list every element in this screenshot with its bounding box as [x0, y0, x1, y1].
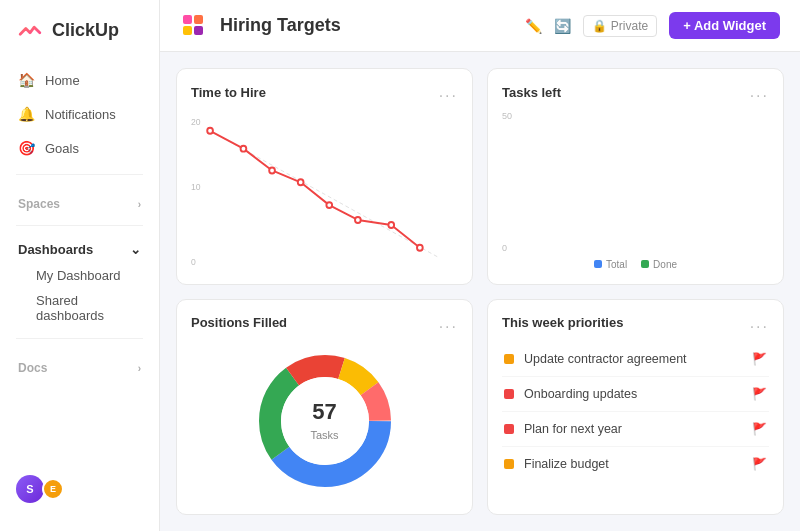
positions-filled-header: Positions Filled ...	[191, 314, 458, 332]
svg-point-15	[417, 245, 423, 251]
donut-number: 57	[310, 399, 338, 425]
clickup-logo-icon	[16, 16, 44, 44]
svg-text:20: 20	[191, 117, 201, 127]
avatar-secondary[interactable]: E	[42, 478, 64, 500]
priority-item-2[interactable]: Plan for next year 🚩	[502, 412, 769, 447]
tasks-left-title: Tasks left	[502, 85, 561, 100]
this-week-menu[interactable]: ...	[750, 314, 769, 332]
bar-chart-legend: Total Done	[502, 259, 769, 270]
refresh-icon[interactable]: 🔄	[554, 18, 571, 34]
legend-total: Total	[594, 259, 627, 270]
page-title: Hiring Targets	[220, 15, 513, 36]
home-icon: 🏠	[18, 72, 35, 88]
priority-dot-2	[504, 424, 514, 434]
time-to-hire-chart: 20 10 0	[191, 111, 458, 270]
priorities-list: Update contractor agreement 🚩 Onboarding…	[502, 342, 769, 501]
svg-point-13	[355, 217, 361, 223]
priority-flag-1: 🚩	[752, 387, 767, 401]
svg-rect-1	[194, 15, 203, 24]
svg-point-14	[388, 222, 394, 228]
dashboard-icon	[180, 12, 208, 40]
chevron-down-icon: ⌄	[130, 242, 141, 257]
donut-center: 57 Tasks	[310, 399, 338, 443]
positions-filled-title: Positions Filled	[191, 315, 287, 330]
priority-text-0: Update contractor agreement	[524, 352, 742, 366]
dashboard-grid: Time to Hire ... 20 10 0	[160, 52, 800, 531]
priority-text-3: Finalize budget	[524, 457, 742, 471]
this-week-header: This week priorities ...	[502, 314, 769, 332]
divider-1	[16, 174, 143, 175]
this-week-title: This week priorities	[502, 315, 623, 330]
sidebar-item-home[interactable]: 🏠 Home	[8, 64, 151, 96]
priority-dot-0	[504, 354, 514, 364]
time-to-hire-title: Time to Hire	[191, 85, 266, 100]
priority-text-1: Onboarding updates	[524, 387, 742, 401]
sidebar-item-goals[interactable]: 🎯 Goals	[8, 132, 151, 164]
avatar-primary[interactable]: S	[16, 475, 44, 503]
time-to-hire-widget: Time to Hire ... 20 10 0	[176, 68, 473, 285]
y-label-min: 0	[502, 243, 769, 253]
add-widget-button[interactable]: + Add Widget	[669, 12, 780, 39]
header-actions: ✏️ 🔄 🔒 Private + Add Widget	[525, 12, 780, 39]
lock-icon: 🔒	[592, 19, 607, 33]
priority-dot-3	[504, 459, 514, 469]
svg-point-12	[326, 202, 332, 208]
positions-filled-menu[interactable]: ...	[439, 314, 458, 332]
priority-item-1[interactable]: Onboarding updates 🚩	[502, 377, 769, 412]
tasks-left-menu[interactable]: ...	[750, 83, 769, 101]
svg-point-10	[269, 167, 275, 173]
sidebar-footer: S E	[0, 463, 159, 515]
bell-icon: 🔔	[18, 106, 35, 122]
main-content: Hiring Targets ✏️ 🔄 🔒 Private + Add Widg…	[160, 0, 800, 531]
sidebar-item-my-dashboard[interactable]: My Dashboard	[8, 263, 151, 288]
legend-done: Done	[641, 259, 677, 270]
chevron-right-icon-docs: ›	[138, 363, 141, 374]
positions-filled-widget: Positions Filled ...	[176, 299, 473, 516]
time-to-hire-header: Time to Hire ...	[191, 83, 458, 101]
page-header: Hiring Targets ✏️ 🔄 🔒 Private + Add Widg…	[160, 0, 800, 52]
donut-label: Tasks	[310, 429, 338, 441]
chevron-right-icon: ›	[138, 199, 141, 210]
sidebar: ClickUp 🏠 Home 🔔 Notifications 🎯 Goals S…	[0, 0, 160, 531]
priority-flag-3: 🚩	[752, 457, 767, 471]
y-label-max: 50	[502, 111, 769, 121]
sidebar-item-shared-dashboards[interactable]: Shared dashboards	[8, 288, 151, 328]
edit-icon[interactable]: ✏️	[525, 18, 542, 34]
sidebar-logo[interactable]: ClickUp	[0, 16, 159, 64]
priority-item-3[interactable]: Finalize budget 🚩	[502, 447, 769, 481]
private-badge[interactable]: 🔒 Private	[583, 15, 657, 37]
tasks-left-widget: Tasks left ... 50	[487, 68, 784, 285]
divider-2	[16, 225, 143, 226]
svg-point-9	[241, 146, 247, 152]
svg-text:0: 0	[191, 256, 196, 266]
logo-text: ClickUp	[52, 20, 119, 41]
sidebar-item-notifications[interactable]: 🔔 Notifications	[8, 98, 151, 130]
time-to-hire-menu[interactable]: ...	[439, 83, 458, 101]
tasks-left-chart: 50	[502, 111, 769, 270]
priority-flag-0: 🚩	[752, 352, 767, 366]
svg-rect-0	[183, 15, 192, 24]
svg-rect-3	[194, 26, 203, 35]
this-week-priorities-widget: This week priorities ... Update contract…	[487, 299, 784, 516]
tasks-left-header: Tasks left ...	[502, 83, 769, 101]
spaces-section[interactable]: Spaces ›	[0, 185, 159, 215]
svg-point-8	[207, 128, 213, 134]
legend-dot-total	[594, 260, 602, 268]
priority-flag-2: 🚩	[752, 422, 767, 436]
svg-point-11	[298, 179, 304, 185]
legend-dot-done	[641, 260, 649, 268]
dashboards-section[interactable]: Dashboards ⌄	[8, 236, 151, 263]
sidebar-nav: 🏠 Home 🔔 Notifications 🎯 Goals	[0, 64, 159, 164]
docs-section[interactable]: Docs ›	[0, 349, 159, 379]
goals-icon: 🎯	[18, 140, 35, 156]
bar-chart-area	[502, 123, 769, 241]
divider-3	[16, 338, 143, 339]
priority-text-2: Plan for next year	[524, 422, 742, 436]
priority-item-0[interactable]: Update contractor agreement 🚩	[502, 342, 769, 377]
svg-rect-2	[183, 26, 192, 35]
donut-chart-container: 57 Tasks	[191, 342, 458, 501]
svg-text:10: 10	[191, 182, 201, 192]
priority-dot-1	[504, 389, 514, 399]
